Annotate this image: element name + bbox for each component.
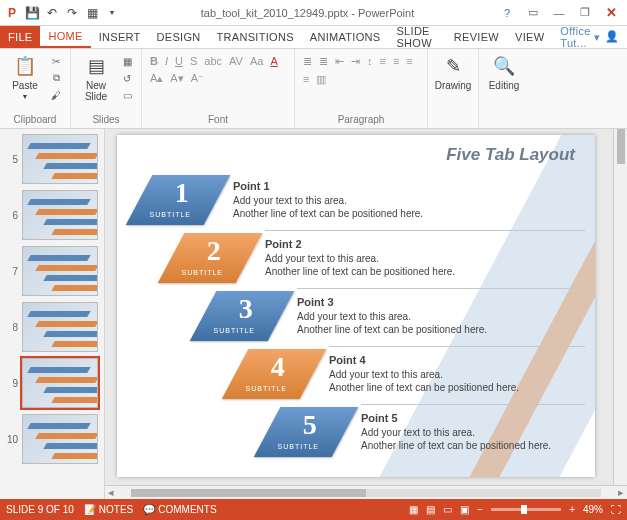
start-slideshow-icon[interactable]: ▦ (84, 5, 100, 21)
format-painter-icon[interactable]: 🖌 (48, 88, 64, 102)
zoom-slider[interactable] (491, 508, 561, 511)
italic-button[interactable]: I (165, 55, 168, 67)
tab-item-5[interactable]: 5SUBTITLEPoint 5Add your text to this ar… (117, 407, 595, 465)
view-sorter-icon[interactable]: ▤ (426, 504, 435, 515)
thumbnail-number: 5 (4, 154, 18, 165)
account-menu[interactable]: Office Tut... ▾ 👤 (552, 26, 627, 48)
tab-item-2[interactable]: 2SUBTITLEPoint 2Add your text to this ar… (117, 233, 595, 291)
bold-button[interactable]: B (150, 55, 158, 67)
zoom-level[interactable]: 49% (583, 504, 603, 515)
editing-button[interactable]: 🔍 Editing (485, 54, 523, 91)
restore-icon[interactable]: ❐ (573, 3, 597, 23)
strike-button[interactable]: abc (204, 55, 222, 67)
comments-button[interactable]: 💬COMMENTS (143, 504, 216, 515)
indent-right-button[interactable]: ⇥ (351, 55, 360, 68)
tab-view[interactable]: VIEW (507, 26, 552, 48)
tab-slideshow[interactable]: SLIDE SHOW (388, 26, 445, 48)
qat-more-icon[interactable]: ▾ (104, 5, 120, 21)
zoom-out-icon[interactable]: − (477, 504, 483, 515)
group-drawing-label (434, 113, 472, 126)
scrollbar-thumb[interactable] (131, 489, 366, 497)
close-icon[interactable]: ✕ (599, 3, 623, 23)
clear-format-button[interactable]: A⁻ (191, 72, 204, 85)
undo-icon[interactable]: ↶ (44, 5, 60, 21)
thumbnail-preview (22, 190, 98, 240)
tab-heading: Point 3 (297, 296, 334, 308)
scrollbar-thumb[interactable] (617, 129, 625, 164)
increase-font-button[interactable]: A▴ (150, 72, 163, 85)
view-reading-icon[interactable]: ▭ (443, 504, 452, 515)
drawing-button[interactable]: ✎ Drawing (434, 54, 472, 91)
tab-number: 2 (175, 235, 253, 267)
save-icon[interactable]: 💾 (24, 5, 40, 21)
tab-text[interactable]: Point 2Add your text to this area.Anothe… (265, 237, 455, 279)
slide[interactable]: Five Tab Layout 1SUBTITLEPoint 1Add your… (117, 135, 595, 477)
align-center-button[interactable]: ≡ (393, 55, 399, 67)
tab-item-3[interactable]: 3SUBTITLEPoint 3Add your text to this ar… (117, 291, 595, 349)
justify-button[interactable]: ≡ (303, 73, 309, 85)
view-normal-icon[interactable]: ▦ (409, 504, 418, 515)
scroll-left-icon[interactable]: ◂ (105, 486, 117, 499)
spacing-button[interactable]: AV (229, 55, 243, 67)
decrease-font-button[interactable]: A▾ (170, 72, 183, 85)
fit-to-window-icon[interactable]: ⛶ (611, 504, 621, 515)
tab-text[interactable]: Point 1Add your text to this area.Anothe… (233, 179, 423, 221)
tab-line2: Another line of text can be positioned h… (233, 208, 423, 219)
title-bar: P 💾 ↶ ↷ ▦ ▾ tab_tool_kit_2010_12949.pptx… (0, 0, 627, 26)
thumbnail-slide-9[interactable]: 9 (0, 355, 104, 411)
align-left-button[interactable]: ≡ (380, 55, 386, 67)
tab-review[interactable]: REVIEW (446, 26, 507, 48)
window-title: tab_tool_kit_2010_12949.pptx - PowerPoin… (120, 7, 495, 19)
tab-item-1[interactable]: 1SUBTITLEPoint 1Add your text to this ar… (117, 175, 595, 233)
vertical-scrollbar[interactable] (613, 129, 627, 485)
tab-text[interactable]: Point 3Add your text to this area.Anothe… (297, 295, 487, 337)
new-slide-button[interactable]: ▤ New Slide (77, 54, 115, 102)
layout-icon[interactable]: ▦ (119, 54, 135, 68)
copy-icon[interactable]: ⧉ (48, 71, 64, 85)
tab-home[interactable]: HOME (40, 26, 90, 48)
tab-design[interactable]: DESIGN (149, 26, 209, 48)
columns-button[interactable]: ▥ (316, 73, 326, 86)
notes-label: NOTES (99, 504, 133, 515)
thumbnail-slide-8[interactable]: 8 (0, 299, 104, 355)
zoom-in-icon[interactable]: + (569, 504, 575, 515)
view-slideshow-icon[interactable]: ▣ (460, 504, 469, 515)
ribbon-display-icon[interactable]: ▭ (521, 3, 545, 23)
numbering-button[interactable]: ≣ (319, 55, 328, 68)
slide-counter[interactable]: SLIDE 9 OF 10 (6, 504, 74, 515)
bullets-button[interactable]: ≣ (303, 55, 312, 68)
paste-button[interactable]: 📋 Paste ▼ (6, 54, 44, 100)
thumbnail-slide-5[interactable]: 5 (0, 131, 104, 187)
zoom-slider-thumb[interactable] (521, 505, 527, 514)
status-bar: SLIDE 9 OF 10 📝NOTES 💬COMMENTS ▦ ▤ ▭ ▣ −… (0, 499, 627, 520)
notes-button[interactable]: 📝NOTES (84, 504, 133, 515)
tab-item-4[interactable]: 4SUBTITLEPoint 4Add your text to this ar… (117, 349, 595, 407)
minimize-icon[interactable]: — (547, 3, 571, 23)
scroll-right-icon[interactable]: ▸ (615, 486, 627, 499)
horizontal-scrollbar[interactable]: ◂ ▸ (105, 485, 627, 499)
thumbnail-slide-10[interactable]: 10 (0, 411, 104, 467)
tab-transitions[interactable]: TRANSITIONS (209, 26, 302, 48)
case-button[interactable]: Aa (250, 55, 263, 67)
underline-button[interactable]: U (175, 55, 183, 67)
tab-divider (361, 404, 585, 405)
tab-file[interactable]: FILE (0, 26, 40, 48)
indent-left-button[interactable]: ⇤ (335, 55, 344, 68)
cut-icon[interactable]: ✂ (48, 54, 64, 68)
slide-title[interactable]: Five Tab Layout (446, 145, 575, 165)
tab-animations[interactable]: ANIMATIONS (302, 26, 389, 48)
font-color-button[interactable]: A (270, 55, 277, 67)
tab-text[interactable]: Point 5Add your text to this area.Anothe… (361, 411, 551, 453)
section-icon[interactable]: ▭ (119, 88, 135, 102)
reset-icon[interactable]: ↺ (119, 71, 135, 85)
shadow-button[interactable]: S (190, 55, 197, 67)
redo-icon[interactable]: ↷ (64, 5, 80, 21)
tab-insert[interactable]: INSERT (91, 26, 149, 48)
line-spacing-button[interactable]: ↕ (367, 55, 373, 67)
thumbnail-slide-6[interactable]: 6 (0, 187, 104, 243)
scrollbar-track[interactable] (131, 489, 601, 497)
help-icon[interactable]: ? (495, 3, 519, 23)
thumbnail-slide-7[interactable]: 7 (0, 243, 104, 299)
align-right-button[interactable]: ≡ (406, 55, 412, 67)
tab-text[interactable]: Point 4Add your text to this area.Anothe… (329, 353, 519, 395)
